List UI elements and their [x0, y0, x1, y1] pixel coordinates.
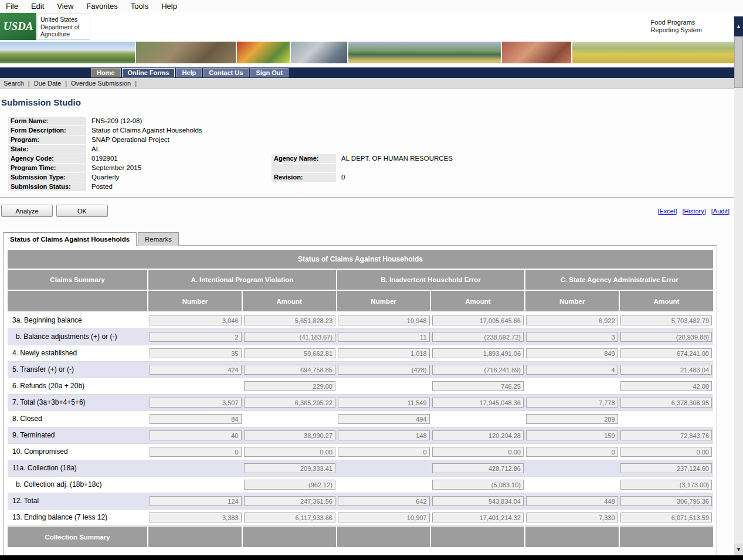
table-row: 12. Total — [8, 493, 713, 510]
amount-b-input[interactable] — [432, 513, 524, 522]
number-c-input[interactable] — [526, 447, 618, 457]
number-b-input[interactable] — [338, 513, 430, 522]
audit-link[interactable]: [Audit] — [711, 208, 730, 215]
menu-tools[interactable]: Tools — [131, 2, 148, 11]
number-b-input[interactable] — [338, 365, 430, 375]
number-b-input[interactable] — [338, 414, 430, 424]
amount-a-input[interactable] — [244, 332, 336, 342]
amount-c-input[interactable] — [620, 496, 713, 506]
amount-b-input[interactable] — [432, 430, 524, 440]
column-header-amount-a: Amount — [243, 291, 337, 313]
amount-b-input[interactable] — [432, 381, 524, 391]
amount-b-input[interactable] — [432, 496, 524, 506]
usda-logo: USDA — [0, 13, 36, 40]
empty-cell — [619, 411, 714, 427]
number-a-input[interactable] — [150, 513, 242, 522]
vertical-scrollbar[interactable]: ▲ ▼ — [734, 16, 743, 555]
amount-b-input[interactable] — [432, 315, 524, 325]
amount-a-input[interactable] — [244, 496, 336, 506]
amount-a-input[interactable] — [244, 381, 336, 391]
menu-edit[interactable]: Edit — [31, 2, 44, 11]
amount-a-input[interactable] — [244, 447, 336, 457]
amount-a-input[interactable] — [244, 430, 336, 440]
number-b-input[interactable] — [338, 496, 430, 506]
menu-view[interactable]: View — [57, 2, 73, 11]
amount-b-input[interactable] — [432, 398, 524, 408]
amount-c-input[interactable] — [620, 332, 713, 342]
number-b-input[interactable] — [338, 430, 430, 440]
amount-b-input[interactable] — [432, 480, 524, 490]
number-c-input[interactable] — [526, 332, 618, 342]
amount-b-input[interactable] — [432, 463, 524, 473]
number-a-input[interactable] — [150, 447, 242, 457]
subnav-search-link[interactable]: Search — [4, 80, 24, 87]
subnav-due-date-link[interactable]: Due Date — [34, 80, 61, 87]
column-header-empty — [8, 291, 148, 313]
number-c-input[interactable] — [526, 398, 618, 408]
number-b-input[interactable] — [338, 447, 430, 457]
amount-c-input[interactable] — [620, 430, 713, 440]
nav-tab-sign-out[interactable]: Sign Out — [250, 68, 289, 77]
amount-a-input[interactable] — [244, 463, 336, 473]
number-c-input[interactable] — [526, 365, 618, 375]
number-b-input[interactable] — [338, 315, 430, 325]
amount-a-input[interactable] — [244, 398, 336, 408]
amount-c-input[interactable] — [620, 365, 713, 375]
amount-a-input[interactable] — [244, 348, 336, 358]
number-b-input[interactable] — [338, 332, 430, 342]
analyze-button[interactable]: Analyze — [1, 205, 53, 217]
menu-file[interactable]: File — [6, 2, 18, 11]
photo-banner — [0, 42, 734, 63]
number-a-input[interactable] — [150, 496, 242, 506]
amount-c-input[interactable] — [620, 447, 713, 457]
menu-help[interactable]: Help — [161, 2, 177, 11]
scroll-thumb[interactable] — [734, 36, 743, 88]
menu-favorites[interactable]: Favorites — [86, 2, 117, 11]
number-c-input[interactable] — [526, 430, 618, 440]
amount-c-input[interactable] — [620, 381, 713, 391]
amount-a-input[interactable] — [244, 480, 336, 490]
amount-a-input[interactable] — [244, 513, 336, 522]
amount-a-input[interactable] — [244, 315, 336, 325]
submission-status-label: Submission Status: — [8, 182, 86, 191]
amount-c-input[interactable] — [620, 398, 713, 408]
amount-c-input[interactable] — [620, 315, 713, 325]
subnav-overdue-submission-link[interactable]: Overdue Submission — [71, 80, 131, 87]
number-a-input[interactable] — [150, 348, 242, 358]
row-label: 11a. Collection (18a) — [8, 460, 148, 476]
tab-remarks[interactable]: Remarks — [138, 232, 179, 246]
amount-c-input[interactable] — [620, 513, 713, 522]
number-a-input[interactable] — [150, 398, 242, 408]
amount-c-input[interactable] — [620, 348, 713, 358]
number-c-input[interactable] — [526, 315, 618, 325]
number-c-input[interactable] — [526, 348, 618, 358]
number-b-input[interactable] — [338, 398, 430, 408]
number-b-input[interactable] — [338, 348, 430, 358]
ok-button[interactable]: OK — [56, 205, 108, 217]
number-a-input[interactable] — [150, 365, 242, 375]
tab-status-of-claims[interactable]: Status of Claims Against Households — [3, 232, 137, 246]
number-a-input[interactable] — [150, 414, 242, 424]
nav-tab-help[interactable]: Help — [176, 68, 202, 77]
amount-b-input[interactable] — [432, 332, 524, 342]
number-a-input[interactable] — [150, 430, 242, 440]
number-c-input[interactable] — [526, 496, 618, 506]
number-c-input[interactable] — [526, 513, 618, 522]
scroll-up-icon[interactable]: ▲ — [734, 16, 743, 36]
nav-tab-home[interactable]: Home — [91, 68, 121, 77]
amount-a-input[interactable] — [244, 365, 336, 375]
amount-c-input[interactable] — [620, 480, 713, 490]
number-c-input[interactable] — [526, 414, 618, 424]
empty-cell — [148, 477, 243, 493]
history-link[interactable]: [History] — [682, 208, 705, 215]
number-a-input[interactable] — [150, 315, 242, 325]
amount-b-input[interactable] — [432, 447, 524, 457]
nav-tab-contact-us[interactable]: Contact Us — [203, 68, 249, 77]
number-a-input[interactable] — [150, 332, 242, 342]
amount-c-input[interactable] — [620, 463, 713, 473]
amount-b-input[interactable] — [432, 365, 524, 375]
scroll-down-icon[interactable]: ▼ — [734, 544, 743, 555]
excel-link[interactable]: [Excel] — [657, 208, 677, 215]
nav-tab-online-forms[interactable]: Online Forms — [122, 68, 175, 77]
amount-b-input[interactable] — [432, 348, 524, 358]
